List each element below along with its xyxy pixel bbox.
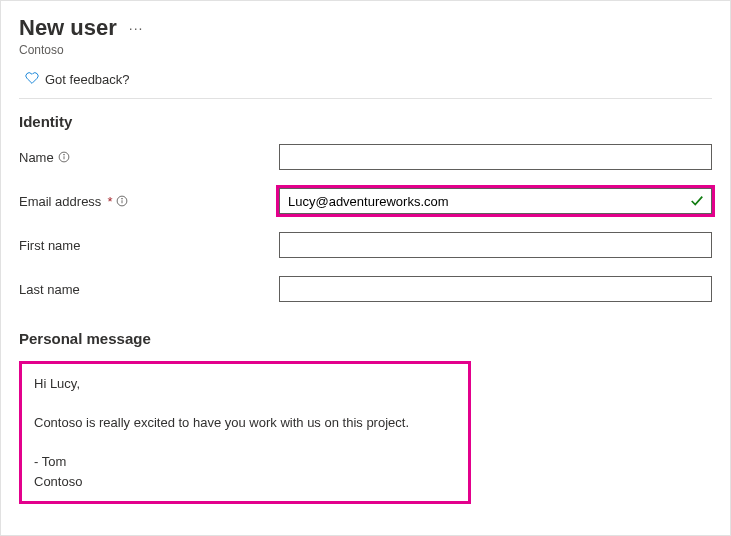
more-actions-button[interactable]: ··· xyxy=(129,20,144,36)
personal-message-section-title: Personal message xyxy=(19,330,712,347)
info-icon[interactable] xyxy=(58,151,70,163)
svg-point-2 xyxy=(63,154,64,155)
first-name-label: First name xyxy=(19,238,279,253)
email-label: Email address * xyxy=(19,194,279,209)
subtitle: Contoso xyxy=(19,43,712,57)
feedback-label: Got feedback? xyxy=(45,72,130,87)
heart-icon xyxy=(25,71,39,88)
identity-section-title: Identity xyxy=(19,113,712,130)
last-name-label: Last name xyxy=(19,282,279,297)
email-input[interactable] xyxy=(279,188,712,214)
name-input[interactable] xyxy=(279,144,712,170)
first-name-input[interactable] xyxy=(279,232,712,258)
checkmark-icon xyxy=(690,194,704,208)
last-name-input[interactable] xyxy=(279,276,712,302)
personal-message-textarea[interactable]: Hi Lucy, Contoso is really excited to ha… xyxy=(19,361,471,504)
required-indicator: * xyxy=(107,194,112,209)
name-label: Name xyxy=(19,150,279,165)
svg-point-5 xyxy=(122,198,123,199)
page-title: New user xyxy=(19,15,117,41)
info-icon[interactable] xyxy=(116,195,128,207)
feedback-link[interactable]: Got feedback? xyxy=(19,71,712,99)
